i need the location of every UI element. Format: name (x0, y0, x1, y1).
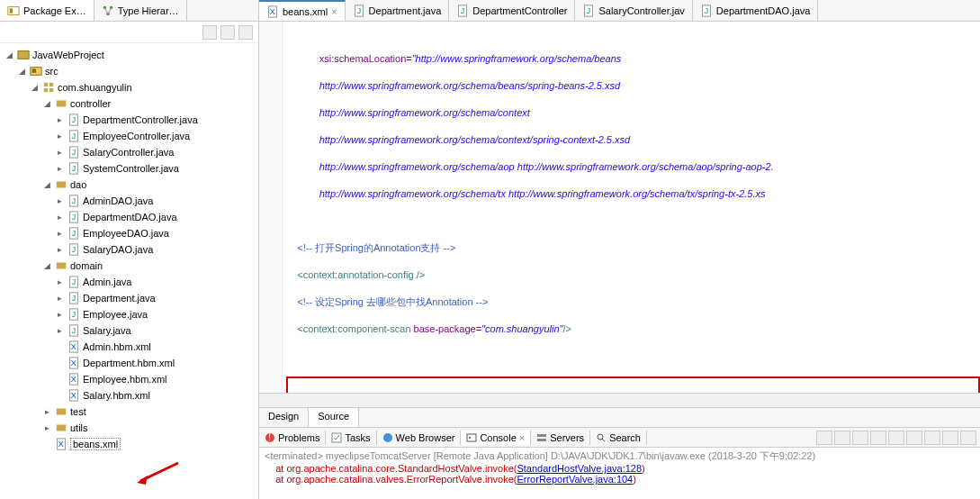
pin-console-button[interactable] (888, 431, 904, 445)
code-line: http://www.springframework.org/schema/co… (286, 133, 980, 147)
tree-xml-file[interactable]: XSalary.hbm.xml (0, 387, 258, 404)
package-icon (55, 405, 67, 418)
stacktrace-link[interactable]: ErrorReportValve.java:104 (517, 474, 633, 485)
view-menu-button[interactable] (238, 25, 253, 40)
console-status: <terminated> myeclipseTomcatServer [Remo… (265, 449, 975, 463)
svg-text:J: J (71, 114, 76, 124)
tree-xml-file[interactable]: XDepartment.hbm.xml (0, 355, 258, 371)
tree-label: dao (70, 179, 86, 190)
src-folder-icon (30, 65, 42, 77)
tree-java-file[interactable]: ▸JSalary.java (0, 322, 258, 339)
code-line: <context:annotation-config /> (286, 268, 980, 282)
problems-icon: ! (265, 432, 275, 443)
tree-project[interactable]: ◢JavaWebProject (0, 47, 258, 63)
svg-rect-47 (57, 409, 67, 415)
tree-src[interactable]: ◢src (0, 63, 258, 79)
tree-controller[interactable]: ◢controller (0, 95, 258, 112)
display-console-button[interactable] (906, 431, 922, 445)
tree-java-file[interactable]: ▸JDepartment.java (0, 290, 258, 306)
close-icon[interactable]: × (519, 432, 525, 443)
tree-java-file[interactable]: ▸JSystemController.java (0, 160, 258, 177)
svg-text:!: ! (268, 432, 271, 442)
search-icon (596, 432, 607, 443)
tree-domain[interactable]: ◢domain (0, 258, 258, 274)
svg-text:J: J (71, 147, 76, 157)
package-icon (55, 97, 67, 110)
view-label: Web Browser (396, 432, 455, 443)
code-line: http://www.springframework.org/schema/co… (286, 106, 980, 120)
java-file-icon: J (456, 5, 469, 17)
console-trace-line: at org.apache.catalina.core.StandardHost… (265, 463, 975, 474)
code-editor[interactable]: xsi:schemaLocation="http://www.springfra… (259, 22, 980, 393)
tree-java-file[interactable]: ▸JSalaryController.java (0, 144, 258, 160)
editor-tab[interactable]: JDepartment.java (346, 0, 450, 21)
tree-toolbar (0, 22, 258, 43)
tree-package[interactable]: ◢com.shuangyulin (0, 79, 258, 95)
open-console-button[interactable] (924, 431, 940, 445)
close-icon[interactable]: × (331, 6, 337, 17)
svg-rect-67 (537, 439, 546, 441)
tree-java-file[interactable]: ▸JEmployee.java (0, 306, 258, 322)
tree-label: Department.hbm.xml (83, 358, 175, 368)
view-tab-web[interactable]: Web Browser (377, 431, 462, 445)
tab-design[interactable]: Design (259, 408, 309, 427)
svg-text:X: X (71, 390, 77, 400)
tree-utils[interactable]: ▸utils (0, 420, 258, 436)
java-file-icon: J (67, 195, 80, 207)
code-line: http://www.springframework.org/schema/be… (286, 79, 980, 93)
tree-xml-file[interactable]: XEmployee.hbm.xml (0, 371, 258, 387)
svg-rect-5 (18, 51, 29, 59)
editor-tabs: Xbeans.xml× JDepartment.java JDepartment… (259, 0, 980, 22)
java-file-icon: J (67, 276, 80, 288)
view-tab-console[interactable]: Console × (461, 431, 531, 445)
console-output[interactable]: <terminated> myeclipseTomcatServer [Remo… (259, 448, 980, 499)
project-tree[interactable]: ◢JavaWebProject ◢src ◢com.shuangyulin ◢c… (0, 43, 258, 499)
code-blank (286, 214, 980, 228)
link-editor-button[interactable] (220, 25, 235, 40)
java-file-icon: J (67, 130, 80, 142)
svg-point-64 (383, 433, 392, 442)
xml-file-icon: X (67, 357, 80, 369)
view-tab-search[interactable]: Search (590, 431, 647, 445)
tree-label: Salary.java (83, 325, 131, 336)
tab-package-explorer[interactable]: Package Ex… (0, 0, 94, 21)
tree-java-file[interactable]: ▸JEmployeeController.java (0, 128, 258, 144)
stacktrace-link[interactable]: StandardHostValve.java:128 (517, 463, 642, 474)
view-tab-problems[interactable]: !Problems (259, 431, 326, 445)
tree-beans-xml[interactable]: Xbeans.xml (0, 436, 258, 452)
remove-all-button[interactable] (834, 431, 850, 445)
package-explorer-icon (7, 5, 20, 17)
tree-dao[interactable]: ◢dao (0, 177, 258, 193)
horizontal-scrollbar[interactable] (259, 393, 980, 407)
view-tab-tasks[interactable]: Tasks (326, 431, 376, 445)
tree-java-file[interactable]: ▸JEmployeeDAO.java (0, 225, 258, 241)
tree-label: SalaryDAO.java (83, 244, 153, 255)
minimize-view-button[interactable] (942, 431, 958, 445)
xml-file-icon: X (55, 438, 67, 450)
clear-console-button[interactable] (852, 431, 868, 445)
view-tab-servers[interactable]: Servers (531, 431, 590, 445)
scroll-lock-button[interactable] (870, 431, 886, 445)
tree-java-file[interactable]: ▸JAdmin.java (0, 274, 258, 290)
editor-tab[interactable]: JDepartmentDAO.java (693, 0, 819, 21)
tree-java-file[interactable]: ▸JDepartmentDAO.java (0, 209, 258, 225)
tree-label: Employee.hbm.xml (83, 374, 167, 385)
tree-xml-file[interactable]: XAdmin.hbm.xml (0, 339, 258, 355)
svg-text:X: X (270, 5, 276, 15)
tab-type-hierarchy[interactable]: Type Hierar… (94, 0, 187, 21)
java-file-icon: J (67, 308, 80, 321)
editor-tab[interactable]: JDepartmentController (449, 0, 575, 21)
remove-launch-button[interactable] (816, 431, 832, 445)
package-icon (55, 178, 67, 191)
tree-test[interactable]: ▸test (0, 404, 258, 420)
tree-java-file[interactable]: ▸JAdminDAO.java (0, 193, 258, 209)
tree-java-file[interactable]: ▸JSalaryDAO.java (0, 241, 258, 258)
main-area: Xbeans.xml× JDepartment.java JDepartment… (259, 0, 980, 499)
editor-tab[interactable]: JSalaryController.jav (575, 0, 692, 21)
tab-source[interactable]: Source (309, 408, 359, 427)
maximize-view-button[interactable] (960, 431, 976, 445)
tree-label: JavaWebProject (32, 50, 104, 60)
editor-tab-beans[interactable]: Xbeans.xml× (259, 0, 346, 21)
tree-java-file[interactable]: ▸JDepartmentController.java (0, 112, 258, 128)
collapse-all-button[interactable] (202, 25, 217, 40)
